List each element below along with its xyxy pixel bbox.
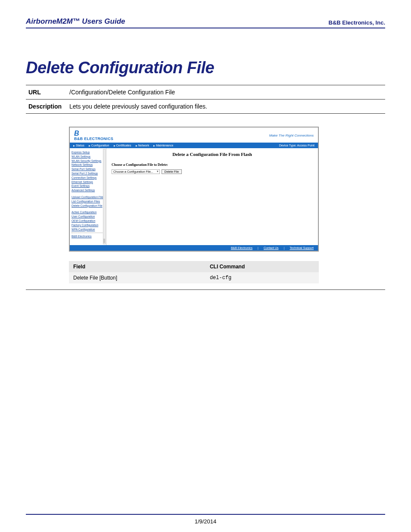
row-field: Delete File [Button] <box>69 272 206 283</box>
sidebar-wpa-config[interactable]: WPA Configuration <box>72 228 104 231</box>
sidebar-serial-port[interactable]: Serial Port Settings <box>72 168 104 171</box>
sidebar-serial-port-2[interactable]: Serial Port 2 Settings <box>72 172 104 175</box>
tagline: Make The Right Connections <box>269 134 314 137</box>
logo-text: B&B ELECTRONICS <box>74 137 113 141</box>
sidebar-express-setup[interactable]: Express Setup <box>72 151 104 154</box>
nav-maintenance[interactable]: Maintenance <box>153 144 173 147</box>
sidebar-oem-config[interactable]: OEM Configuration <box>72 219 104 223</box>
meta-table: URL /Configuration/Delete Configuration … <box>26 85 385 114</box>
delete-file-button[interactable]: Delete File <box>162 169 182 174</box>
url-value: /Configuration/Delete Configuration File <box>67 85 385 100</box>
emb-main: Delete a Configuration File From Flash C… <box>106 148 318 245</box>
page-footer: 1/9/2014 <box>26 514 385 525</box>
footer-support[interactable]: Technical Support <box>290 246 314 249</box>
nav-certificates[interactable]: Certificates <box>114 144 131 147</box>
field-cli-table: Field CLI Command Delete File [Button] d… <box>69 261 319 283</box>
document-header: AirborneM2M™ Users Guide B&B Electronics… <box>26 17 385 28</box>
emb-main-title: Delete a Configuration File From Flash <box>112 152 313 157</box>
sidebar-network-settings[interactable]: Network Settings <box>72 163 104 167</box>
config-file-select[interactable]: Choose a Configuration File... <box>112 169 160 174</box>
doc-title: AirborneM2M™ Users Guide <box>26 17 125 26</box>
sidebar-delete-config[interactable]: Delete Configuration File <box>72 204 104 208</box>
col-cli: CLI Command <box>206 261 319 272</box>
nav-status[interactable]: Status <box>73 144 84 147</box>
description-label: Description <box>26 100 67 114</box>
sidebar-bb-electronics[interactable]: B&B Electronics <box>72 235 104 238</box>
url-label: URL <box>26 85 67 100</box>
sidebar-scrollbar[interactable] <box>103 149 106 244</box>
sidebar-connection[interactable]: Connection Settings <box>72 176 104 180</box>
page-title: Delete Configuration File <box>26 59 385 77</box>
emb-nav: Status Configuration Certificates Networ… <box>70 143 318 148</box>
nav-items: Status Configuration Certificates Networ… <box>73 144 173 147</box>
logo-icon: B <box>74 130 113 137</box>
sidebar-list-config[interactable]: List Configuration Files <box>72 200 104 203</box>
doc-company: B&B Electronics, Inc. <box>329 19 385 26</box>
emb-footer: B&B Electronics | Contact Us | Technical… <box>70 245 318 251</box>
sidebar-wlan-security[interactable]: WLAN Security Settings <box>72 159 104 163</box>
section-rule <box>26 289 385 290</box>
sidebar-upload-config[interactable]: Upload Configuration File <box>72 196 104 199</box>
nav-configuration[interactable]: Configuration <box>89 144 109 147</box>
sidebar-wlan-settings[interactable]: WLAN Settings <box>72 155 104 159</box>
nav-network[interactable]: Network <box>136 144 149 147</box>
sidebar-factory-config[interactable]: Factory Configuration <box>72 224 104 227</box>
bb-logo: B B&B ELECTRONICS <box>74 130 113 141</box>
col-field: Field <box>69 261 206 272</box>
sidebar-event[interactable]: Event Settings <box>72 184 104 188</box>
footer-contact[interactable]: Contact Us <box>264 246 279 249</box>
emb-sidebar: Express Setup WLAN Settings WLAN Securit… <box>70 148 106 245</box>
emb-header: B B&B ELECTRONICS Make The Right Connect… <box>70 128 318 143</box>
footer-date: 1/9/2014 <box>195 518 217 525</box>
sidebar-advanced[interactable]: Advanced Settings <box>72 189 104 192</box>
description-value: Lets you delete previously saved configu… <box>67 100 385 114</box>
footer-bb[interactable]: B&B Electronics <box>231 246 252 249</box>
sidebar-user-config[interactable]: User Configuration <box>72 215 104 218</box>
embedded-screenshot: B B&B ELECTRONICS Make The Right Connect… <box>69 127 319 252</box>
emb-subtitle: Choose a Configuration File to Delete: <box>112 163 313 167</box>
row-cli: del-cfg <box>206 272 319 283</box>
sidebar-ethernet[interactable]: Ethernet Settings <box>72 180 104 184</box>
device-type: Device Type: Access Point <box>279 144 314 147</box>
sidebar-active-config[interactable]: Active Configuration <box>72 211 104 214</box>
